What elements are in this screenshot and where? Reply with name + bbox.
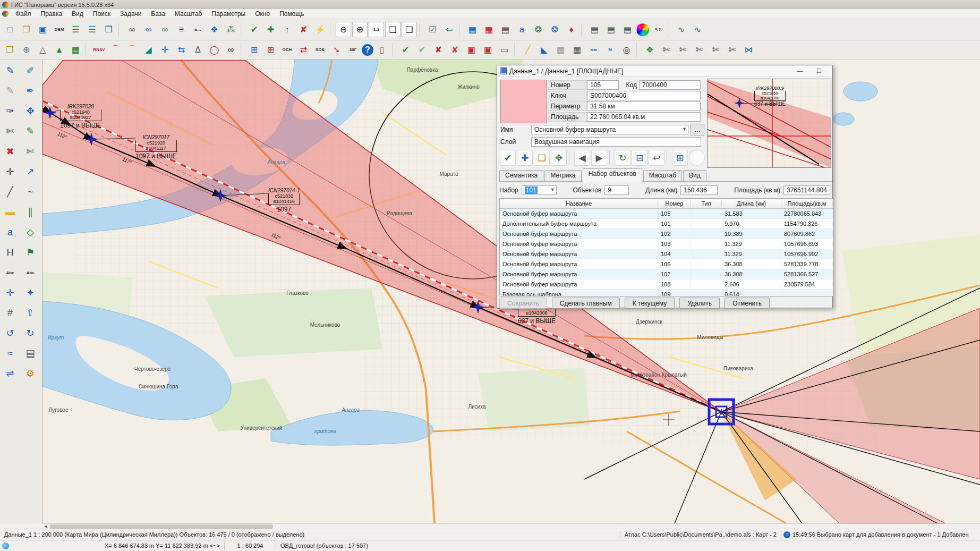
cut-polygon-icon[interactable]: ✄: [675, 42, 691, 57]
objects-count-field[interactable]: 9: [604, 185, 629, 195]
menu-item[interactable]: Масштаб: [170, 10, 207, 18]
chart-table2-icon[interactable]: ⊞: [263, 42, 278, 57]
perimetr-field[interactable]: 31.58 км: [587, 101, 701, 111]
save-icon[interactable]: ▣: [35, 22, 50, 37]
grid-dark-icon[interactable]: ▦: [569, 42, 585, 57]
arrow-up2-icon[interactable]: ⇧: [21, 303, 40, 323]
more-button[interactable]: ...: [691, 124, 704, 135]
move-cluster-icon[interactable]: ❖: [207, 22, 222, 37]
spline-green-icon[interactable]: ∿: [674, 22, 689, 37]
parallel-tool-icon[interactable]: ∥: [21, 202, 40, 222]
toolbar-icon[interactable]: [392, 43, 396, 57]
ruler-yellow-icon[interactable]: ╱: [520, 42, 535, 57]
globe-icon[interactable]: ❂: [531, 22, 546, 37]
move-point-icon[interactable]: ✛: [1, 162, 20, 181]
menu-item[interactable]: Параметры: [207, 10, 250, 18]
table-row[interactable]: Основной буфер маршрута 107 36.308 52813…: [500, 269, 833, 279]
toolbar-icon[interactable]: [419, 23, 423, 37]
menu-item[interactable]: Файл: [11, 10, 36, 18]
length-field[interactable]: 150.436: [680, 185, 718, 195]
ploshad-field[interactable]: 22 780 065.04 кв.м: [587, 112, 701, 122]
new-document-icon[interactable]: □: [2, 22, 18, 37]
route-icon[interactable]: ➘: [329, 42, 344, 57]
star-move-icon[interactable]: ✦: [21, 283, 40, 302]
profile-icon[interactable]: △: [35, 42, 50, 57]
turn-30-icon[interactable]: 30Г: [345, 42, 361, 57]
cut-tool-icon[interactable]: ✄: [1, 122, 20, 141]
delete-icon[interactable]: ✘: [296, 22, 311, 37]
cursor-help-icon[interactable]: ↖?: [650, 22, 666, 37]
table-row[interactable]: Основной буфер маршрута 102 10.389 80760…: [500, 229, 833, 239]
globe-edit-icon[interactable]: ❂: [547, 22, 563, 37]
ruler-m-icon[interactable]: M: [602, 42, 618, 57]
location-pin-icon[interactable]: ♦: [564, 22, 579, 37]
klyuch-field[interactable]: S007000400: [587, 91, 701, 100]
edit-angle-icon[interactable]: ✐: [21, 61, 40, 80]
flag-tool-icon[interactable]: ⚑: [21, 243, 40, 262]
add-icon[interactable]: ✚: [263, 22, 278, 37]
dialog-tool-icon[interactable]: [609, 151, 612, 165]
delete-object-icon[interactable]: ✖: [1, 142, 20, 161]
double-circle-icon[interactable]: ∞: [223, 42, 238, 57]
save-button[interactable]: Сохранить: [499, 298, 547, 309]
line-tool-icon[interactable]: ╱: [1, 182, 20, 201]
cancel-button[interactable]: Отменить: [725, 298, 770, 309]
label-a-icon[interactable]: a: [514, 22, 530, 37]
lightning-icon[interactable]: ⚡: [312, 22, 328, 37]
table-row[interactable]: Основной буфер маршрута 108 2.606 230579…: [500, 279, 833, 290]
table-row[interactable]: Основной буфер маршрута 105 31.583 22780…: [500, 209, 833, 219]
toolbar-icon[interactable]: [86, 43, 89, 57]
binoculars-add-icon[interactable]: ∞: [141, 22, 156, 37]
make-main-button[interactable]: Сделать главным: [552, 298, 620, 309]
triangle-a-icon[interactable]: Δ: [190, 42, 206, 57]
next-object-button[interactable]: ▶: [591, 150, 607, 166]
grid-blue-icon[interactable]: ▦: [465, 22, 480, 37]
cut-line-icon[interactable]: ✄: [659, 42, 674, 57]
oval-red-icon[interactable]: ◯: [207, 42, 222, 57]
previous-object-button[interactable]: ◀: [574, 150, 590, 166]
toolbar-icon[interactable]: [459, 23, 463, 37]
grid-nodes-icon[interactable]: #: [1, 303, 20, 323]
col-type[interactable]: Тип: [691, 200, 722, 207]
swap-icon[interactable]: ⇌: [1, 364, 20, 383]
dialog-tool-icon[interactable]: [569, 151, 572, 165]
scrollbar-thumb[interactable]: [50, 524, 273, 529]
toolbar-icon[interactable]: [241, 43, 244, 57]
dbm-icon[interactable]: DBM: [52, 22, 67, 37]
help-dialog-button[interactable]: ?: [689, 150, 705, 166]
edit-sign-icon[interactable]: ✒: [21, 81, 40, 100]
red-arrows-icon[interactable]: ⇄: [296, 42, 311, 57]
confirm-icon[interactable]: ✔: [398, 42, 413, 57]
apply-checkbox-icon[interactable]: ☑: [425, 22, 440, 37]
settings-gear-icon[interactable]: ⚙: [21, 364, 40, 383]
col-number[interactable]: Номер: [658, 200, 691, 207]
menu-item[interactable]: Задачи: [115, 10, 146, 18]
dialog-tab[interactable]: Семантика: [499, 170, 543, 181]
red-frame-icon[interactable]: ▣: [464, 42, 479, 57]
nabor-combobox[interactable]: 101 ▼: [522, 185, 557, 195]
minimap-panel[interactable]: IRK297008.9 c521659 в1042008 637 и ВЫШЕ: [707, 79, 831, 168]
marsh-sos-icon[interactable]: SOS: [312, 42, 328, 57]
to-current-button[interactable]: К текущему: [625, 298, 675, 309]
dialog-tab[interactable]: Метрика: [544, 170, 581, 181]
create-object-icon[interactable]: ✎: [21, 122, 40, 141]
menu-item[interactable]: Поиск: [88, 10, 115, 18]
print-add-icon[interactable]: ▤: [603, 22, 619, 37]
curve-red-icon[interactable]: ⌒: [108, 42, 123, 57]
minimize-button[interactable]: —: [792, 66, 808, 75]
exit-door-icon[interactable]: ▯: [374, 42, 390, 57]
select-by-name-icon[interactable]: a…: [190, 22, 206, 37]
confirm-button[interactable]: ✔: [500, 150, 516, 166]
join-objects-icon[interactable]: ⋈: [741, 42, 756, 57]
toolbar-icon[interactable]: [118, 23, 122, 37]
ruler-mm-icon[interactable]: мм: [586, 42, 601, 57]
menu-item[interactable]: Помощь: [275, 10, 309, 18]
object-list-icon[interactable]: ≡: [174, 22, 189, 37]
undo-icon[interactable]: ↺: [1, 324, 20, 343]
menu-item[interactable]: Вид: [67, 10, 88, 18]
wave-icon[interactable]: ≈: [1, 344, 20, 363]
back-arrow-icon[interactable]: ⇦: [441, 22, 457, 37]
kod-field[interactable]: 7000400: [639, 80, 701, 90]
zoom-out-icon[interactable]: ⊖: [336, 22, 351, 37]
notes-icon[interactable]: ▤: [498, 22, 513, 37]
